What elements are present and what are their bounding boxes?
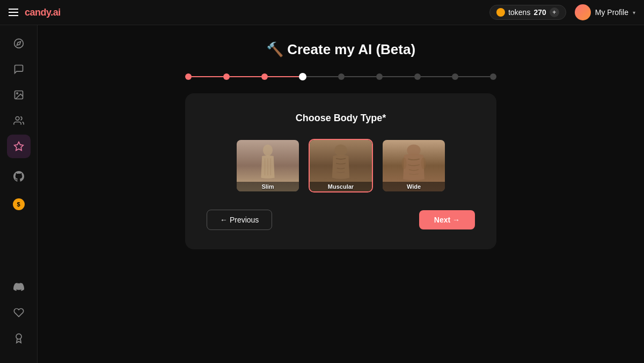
sidebar-bottom: [7, 275, 31, 357]
avatar: [575, 4, 591, 20]
svg-point-14: [421, 158, 426, 169]
chevron-down-icon: ▾: [633, 10, 635, 16]
previous-button[interactable]: ← Previous: [207, 210, 272, 230]
progress-dot-6: [376, 73, 383, 80]
progress-dot-4: [299, 73, 306, 80]
card-title: Choose Body Type*: [207, 113, 475, 124]
sidebar-item-affiliate[interactable]: [7, 301, 31, 324]
progress-bar: [185, 73, 496, 80]
logo: candy.ai: [25, 7, 61, 18]
body-type-wide[interactable]: Wide: [382, 139, 446, 192]
next-button[interactable]: Next →: [419, 210, 475, 229]
sidebar-item-social[interactable]: [7, 109, 31, 132]
profile-menu[interactable]: My Profile ▾: [575, 4, 635, 20]
svg-point-13: [402, 158, 407, 169]
sidebar-item-gallery[interactable]: [7, 83, 31, 107]
logo-suffix: .ai: [50, 7, 61, 18]
sidebar-item-discord[interactable]: [7, 275, 31, 299]
progress-line-6: [383, 76, 414, 77]
body-type-slim[interactable]: Slim: [236, 139, 300, 192]
tokens-label: tokens: [508, 8, 530, 17]
svg-marker-1: [17, 41, 20, 45]
progress-line-7: [421, 76, 452, 77]
sidebar-item-leaderboard[interactable]: [7, 327, 31, 350]
body-type-muscular[interactable]: Muscular: [309, 139, 373, 192]
sidebar-item-chat[interactable]: [7, 57, 31, 81]
svg-marker-5: [14, 142, 23, 151]
page-title: 🔨 Create my AI (Beta): [266, 41, 415, 58]
sidebar-item-create[interactable]: [7, 135, 31, 158]
slim-label: Slim: [237, 182, 299, 191]
sidebar-item-explore[interactable]: [7, 32, 31, 55]
svg-point-3: [16, 93, 17, 94]
svg-point-4: [16, 117, 19, 121]
progress-line-8: [458, 76, 490, 77]
main-content: 🔨 Create my AI (Beta): [38, 25, 644, 363]
sidebar-top: $: [7, 32, 31, 275]
progress-line-1: [192, 76, 223, 77]
progress-line-4: [306, 76, 338, 77]
token-coin-icon: [496, 8, 505, 17]
progress-dot-1: [185, 73, 192, 80]
header: candy.ai tokens 270 + My Profile ▾: [0, 0, 644, 25]
muscular-label: Muscular: [310, 182, 372, 191]
sidebar-item-github[interactable]: [7, 165, 31, 188]
svg-point-11: [334, 144, 347, 156]
tokens-badge: tokens 270 +: [489, 5, 566, 20]
menu-button[interactable]: [9, 9, 18, 16]
sidebar-item-coins[interactable]: $: [7, 192, 31, 216]
progress-dot-9: [490, 73, 496, 80]
card: Choose Body Type* Slim: [185, 93, 496, 249]
add-tokens-button[interactable]: +: [550, 8, 559, 17]
body-wrap: $ 🔨 Create my AI (Beta): [0, 25, 644, 363]
svg-point-0: [14, 39, 23, 48]
progress-dot-7: [414, 73, 421, 80]
progress-dots-row: [185, 73, 496, 80]
svg-point-6: [16, 334, 21, 339]
profile-name: My Profile: [595, 8, 628, 17]
tokens-count: 270: [533, 8, 546, 17]
sidebar: $: [0, 25, 38, 363]
wide-label: Wide: [383, 182, 445, 191]
svg-point-7: [263, 144, 273, 156]
logo-text: candy: [25, 7, 50, 18]
progress-line-2: [230, 76, 261, 77]
progress-dot-3: [261, 73, 268, 80]
progress-dot-8: [452, 73, 458, 80]
progress-dot-5: [338, 73, 345, 80]
header-right: tokens 270 + My Profile ▾: [489, 4, 635, 20]
card-actions: ← Previous Next →: [207, 210, 475, 230]
body-types-container: Slim Musc: [207, 139, 475, 192]
header-left: candy.ai: [9, 7, 61, 18]
progress-line-5: [345, 76, 376, 77]
progress-dot-2: [223, 73, 230, 80]
progress-line-3: [268, 76, 299, 77]
